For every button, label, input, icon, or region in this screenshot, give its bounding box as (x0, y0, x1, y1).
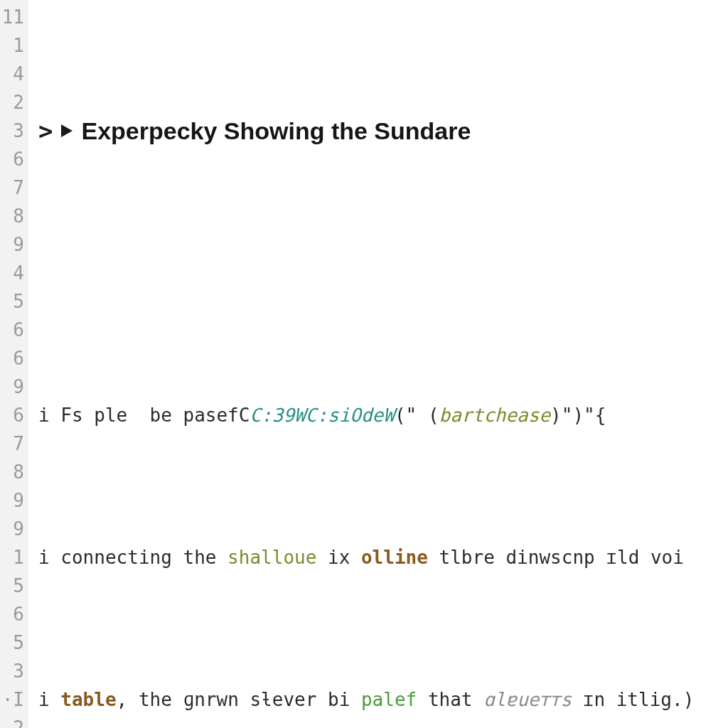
line-number: 6 (0, 316, 24, 344)
code-editor: 11 1 4 2 3 6 7 8 9 4 5 6 6 9 6 7 8 9 9 1… (0, 0, 728, 728)
line-number: 1 (0, 543, 24, 572)
code-line[interactable] (38, 259, 728, 287)
line-number: 3 (0, 117, 24, 145)
line-number: 6 (0, 401, 24, 429)
token-string: bartchease (439, 405, 551, 426)
code-area[interactable]: > Experpecky Showing the Sundare i Fs pl… (28, 0, 728, 728)
token-type: C:39WC:siOdeW (250, 405, 395, 426)
line-number: 6 (0, 344, 24, 373)
code-line[interactable]: i table, the ɡnrwn sƚever bi palef that … (38, 685, 728, 714)
line-number: 5 (0, 572, 24, 600)
line-number: 7 (0, 173, 24, 202)
line-number: 9 (0, 486, 24, 515)
section-title: Experpecky Showing the Sundare (81, 117, 471, 145)
token-keyword: olline (361, 547, 428, 568)
line-number: 2 (0, 88, 24, 117)
line-number: 3 (0, 657, 24, 685)
line-number: 11 (0, 3, 24, 31)
line-number: 4 (0, 60, 24, 88)
token-muted: ɑlɐueᴛᴛs (483, 689, 572, 710)
line-number: 6 (0, 145, 24, 173)
section-header[interactable]: > Experpecky Showing the Sundare (38, 117, 728, 145)
line-number: 1 (0, 31, 24, 60)
line-number: ·I (0, 685, 24, 714)
token-ident: shalloue (228, 547, 316, 568)
token-keyword: table (60, 689, 116, 710)
line-number: 5 (0, 628, 24, 657)
line-number-gutter: 11 1 4 2 3 6 7 8 9 4 5 6 6 9 6 7 8 9 9 1… (0, 0, 28, 728)
line-number: 9 (0, 373, 24, 401)
line-number: 4 (0, 259, 24, 287)
line-number: 6 (0, 600, 24, 628)
line-number: 7 (0, 429, 24, 458)
play-triangle-icon[interactable] (61, 124, 73, 137)
code-line[interactable]: i connecting the shalloue ix olline tlbr… (38, 543, 728, 572)
line-number: 8 (0, 458, 24, 486)
code-line[interactable]: i Fs ple be pasefCC:39WC:siOdeW(" (bartc… (38, 401, 728, 429)
line-number: 9 (0, 515, 24, 543)
line-number: 2 (0, 714, 24, 728)
token-ident: palef (361, 689, 417, 710)
line-number: 9 (0, 230, 24, 259)
line-number: 5 (0, 287, 24, 316)
line-number: 8 (0, 202, 24, 230)
expand-chevron-icon[interactable]: > (38, 117, 53, 145)
